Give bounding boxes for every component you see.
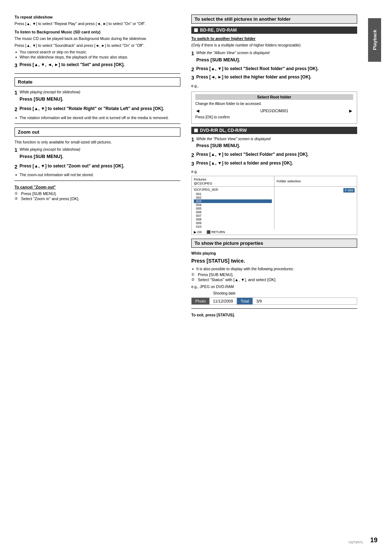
bdre-step1-label: While the "Album View" screen is display…	[196, 50, 357, 56]
step3-block: 3 Press [▲, ▼, ◄, ►] to select "Set" and…	[15, 62, 180, 69]
zoom-cancel-step1-num: ①	[15, 191, 18, 195]
rotate-section: Rotate 1 While playing (except for slide…	[15, 77, 180, 119]
background-music-text1: The music CD can be played back as Backg…	[15, 36, 180, 41]
page: To repeat slideshow Press [▲, ▼] to sele…	[0, 0, 392, 555]
zoom-cancel-step1: ① Press [SUB MENU].	[15, 191, 180, 196]
zoom-cancel-step1-text: Press [SUB MENU].	[21, 191, 57, 196]
zoom-step2: 2 Press [▲, ▼] to select "Zoom out" and …	[15, 163, 180, 171]
rotate-bullet1: The rotation information will be stored …	[15, 116, 180, 120]
circle2-num: ②	[191, 278, 195, 281]
eg2-label: e.g.	[191, 169, 357, 174]
step3-number: 3	[15, 62, 17, 69]
zoom-step2-content: Press [▲, ▼] to select "Zoom out" and pr…	[20, 163, 180, 171]
arrow-right-icon: ►	[348, 108, 353, 114]
picture-properties-section: To show the picture properties While pla…	[191, 239, 357, 318]
bdre-step2: 2 Press [▲, ▼] to select "Select Root fo…	[191, 66, 357, 73]
properties-divider	[191, 308, 357, 309]
rotate-step2: 2 Press [▲, ▼] to select "Rotate Right" …	[15, 106, 180, 113]
dvdr-step1-label: While the "Picture View" screen is displ…	[196, 136, 357, 142]
status-date: 11/12/2009	[209, 298, 237, 304]
diagram-folder-row: ◄ \JPEG\DCIM001 ►	[195, 108, 353, 114]
bdre-square-icon	[194, 28, 198, 32]
zoom-step2-number: 2	[15, 163, 17, 171]
folder-diagram-header-row: Pictures @CD/JPEG Folder selection	[192, 176, 357, 186]
eg1-label: e.g.,	[191, 83, 357, 89]
dvdr-step2-content: Press [▲, ▼] to select "Select Folder" a…	[196, 152, 357, 159]
eg-dvd-label: e.g., JPEG on DVD-RAM	[191, 284, 357, 289]
zoom-cancel-title: To cancel "Zoom out"	[15, 185, 180, 190]
zoom-cancel-step2: ② Select "Zoom in" and press [OK].	[15, 197, 180, 201]
version-number: VQT3H71	[348, 540, 363, 544]
bdre-step3-number: 3	[191, 74, 194, 82]
sidebar-label: Playback	[372, 30, 377, 50]
repeat-slideshow-text: Press [▲, ▼] to select "Repeat Play" and…	[15, 21, 180, 27]
select-root-diagram: Select Root folder Change the Album fold…	[191, 92, 357, 124]
exit-text: To exit, press [STATUS].	[191, 312, 357, 318]
select-folder-section: To select the still pictures in another …	[191, 15, 357, 235]
dvdr-square-icon	[194, 129, 198, 132]
zoom-step2-action: Press [▲, ▼] to select "Zoom out" and pr…	[20, 163, 180, 169]
bdre-header: BD-RE, DVD-RAM	[191, 27, 357, 34]
bdre-step2-action: Press [▲, ▼] to select "Select Root fold…	[196, 66, 357, 72]
background-music-section: To listen to Background Music (SD card o…	[15, 29, 180, 59]
status-total-label: Total	[237, 298, 253, 304]
divider2	[15, 123, 180, 124]
folder-path: \DCFJPEG_003\	[194, 188, 272, 191]
folder-ok-return: ▶ OK ⬛ RETURN	[192, 230, 357, 235]
folder-item-008: 008	[194, 218, 272, 221]
folder-item-009: 009	[194, 221, 272, 225]
background-music-text2: Press [▲, ▼] to select "Soundtrack" and …	[15, 43, 180, 48]
folder-selection-diagram: Pictures @CD/JPEG Folder selection \DCFJ…	[191, 176, 357, 235]
playback-sidebar-tab: Playback	[368, 18, 381, 62]
dvdr-step1-number: 1	[191, 136, 194, 143]
dvdr-step1: 1 While the "Picture View" screen is dis…	[191, 136, 357, 151]
shooting-date-label: Shooting date	[213, 291, 357, 296]
status-bar-demo: Photo 11/12/2009 Total 3/9	[191, 297, 357, 305]
zoom-step1-content: While playing (except for slideshow) Pre…	[20, 147, 180, 161]
zoom-bullet1: The zoom-out information will not be sto…	[15, 173, 180, 177]
arrow-left-icon: ◄	[195, 108, 200, 114]
bdre-step3-action: Press [◄, ►] to select the higher folder…	[196, 74, 357, 80]
bdre-step3-content: Press [◄, ►] to select the higher folder…	[196, 74, 357, 82]
rotate-step1-number: 1	[15, 89, 17, 97]
bdre-step1-content: While the "Album View" screen is display…	[196, 50, 357, 65]
zoom-out-note: This function is only available for smal…	[15, 139, 180, 145]
folder-diagram-left-content: \DCFJPEG_003\ 001 002 003 004 005 006 00…	[192, 186, 274, 230]
circle2-text: Select "Status" with [▲, ▼], and select …	[198, 278, 277, 282]
dvdr-label: DVD-R/R DL, CD-R/RW	[200, 128, 247, 133]
right-column: To select the still pictures in another …	[191, 15, 357, 540]
while-playing-label: While playing	[191, 251, 357, 256]
folder-ok-label: ▶ OK	[194, 230, 202, 234]
rotate-step1: 1 While playing (except for slideshow) P…	[15, 89, 180, 104]
dvdr-step3-number: 3	[191, 161, 194, 168]
folder-diagram-content-row: \DCFJPEG_003\ 001 002 003 004 005 006 00…	[192, 186, 357, 230]
repeat-slideshow-section: To repeat slideshow Press [▲, ▼] to sele…	[15, 15, 180, 27]
rotate-section-title: Rotate	[15, 77, 180, 86]
background-music-bullet2: When the slideshow stops, the playback o…	[15, 55, 180, 59]
rotate-step1-label: While playing (except for slideshow)	[20, 89, 180, 95]
repeat-slideshow-title: To repeat slideshow	[15, 15, 180, 20]
zoom-out-section: Zoom out This function is only available…	[15, 127, 180, 201]
rotate-step2-content: Press [▲, ▼] to select "Rotate Right" or…	[20, 106, 180, 113]
step3-label: Press [▲, ▼, ◄, ►] to select "Set" and p…	[20, 62, 180, 68]
main-content: To repeat slideshow Press [▲, ▼] to sele…	[15, 15, 381, 540]
folder-header-left: Pictures	[194, 177, 206, 181]
folder-diagram-left-header: Pictures @CD/JPEG	[192, 176, 274, 186]
folder-diagram-right-header: Folder selection	[274, 176, 357, 186]
zoom-cancel-step2-text: Select "Zoom in" and press [OK].	[21, 197, 79, 201]
bdre-step2-number: 2	[191, 66, 194, 73]
left-column: To repeat slideshow Press [▲, ▼] to sele…	[15, 15, 180, 540]
divider1	[15, 73, 180, 74]
dvdr-step1-action: Press [SUB MENU].	[196, 143, 357, 149]
dvdr-step2-number: 2	[191, 152, 194, 159]
step3-content: Press [▲, ▼, ◄, ►] to select "Set" and p…	[20, 62, 180, 69]
zoom-step1-label: While playing (except for slideshow)	[20, 147, 180, 152]
switch-note: (Only if there is a multiple number of h…	[191, 42, 357, 48]
picture-props-bullet1: It is also possible to display with the …	[191, 267, 357, 271]
folder-header-left2: @CD/JPEG	[194, 181, 212, 185]
circle1-text: Press [SUB MENU].	[198, 272, 233, 277]
status-photo-label: Photo	[192, 298, 209, 304]
diagram-description: Change the Album folder to be accessed.	[195, 101, 353, 106]
rotate-step2-action: Press [▲, ▼] to select "Rotate Right" or…	[20, 106, 180, 112]
zoom-step1: 1 While playing (except for slideshow) P…	[15, 147, 180, 161]
